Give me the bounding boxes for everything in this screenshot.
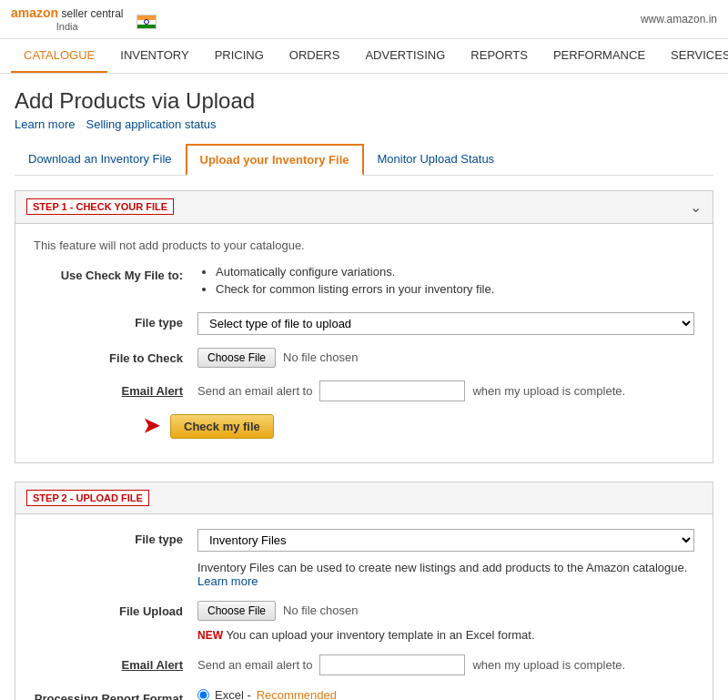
step2-email-input[interactable] <box>319 654 465 675</box>
step2-fileupload-content: Choose File No file chosen NEW You can u… <box>197 601 694 642</box>
page-title-links: Learn more Selling application status <box>15 117 713 131</box>
step2-filetype-select[interactable]: Inventory Files <box>197 529 694 552</box>
nav-advertising[interactable]: ADVERTISING <box>352 39 458 73</box>
step1-chevron: ⌄ <box>690 198 702 216</box>
step2-inventory-desc: Inventory Files can be used to create ne… <box>197 561 694 588</box>
step2-radio-excel[interactable] <box>197 689 209 700</box>
step2-section: STEP 2 - UPLOAD FILE File type Inventory… <box>15 482 713 700</box>
step2-email-send: Send an email alert to <box>197 658 312 672</box>
step2-new-text: You can upload your inventory template i… <box>226 628 534 642</box>
step2-processing-label: Processing Report Format <box>34 688 197 700</box>
learn-more-link[interactable]: Learn more <box>15 117 75 131</box>
step1-filetype-row: File type Select type of file to upload <box>34 312 694 335</box>
tab-monitor[interactable]: Monitor Upload Status <box>364 144 509 175</box>
step1-filechoose-content: Choose File No file chosen <box>197 348 694 368</box>
step1-section: STEP 1 - CHECK YOUR FILE ⌄ This feature … <box>15 190 713 463</box>
step1-email-label: Email Alert <box>34 380 197 398</box>
step2-filetype-row: File type Inventory Files Inventory File… <box>34 529 694 588</box>
check-my-file-btn[interactable]: Check my file <box>170 414 274 439</box>
step1-header[interactable]: STEP 1 - CHECK YOUR FILE ⌄ <box>15 191 713 224</box>
step1-choose-file-btn[interactable]: Choose File <box>197 348 276 368</box>
step2-recommended: Recommended <box>257 688 337 700</box>
nav-orders[interactable]: ORDERS <box>277 39 353 73</box>
step2-new-note: NEW You can upload your inventory templa… <box>197 628 694 642</box>
use-check-bullets: Automatically configure variations. Chec… <box>197 265 694 299</box>
step1-email-send-text: Send an email alert to <box>197 384 312 398</box>
step1-filetype-label: File type <box>34 312 197 330</box>
tabs-bar: Download an Inventory File Upload your I… <box>15 144 713 176</box>
step1-body: This feature will not add products to yo… <box>15 224 713 462</box>
step2-processing-row: Processing Report Format Excel - Recomme… <box>34 688 694 700</box>
page-title: Add Products via Upload <box>15 88 713 114</box>
step2-filetype-label: File type <box>34 529 197 546</box>
step2-new-badge: NEW <box>197 629 223 642</box>
logo-subtitle: India <box>11 21 124 33</box>
logo-area: amazon seller central India <box>11 5 157 33</box>
step1-filetype-select[interactable]: Select type of file to upload <box>197 312 694 335</box>
step1-filechoose-label: File to Check <box>34 348 197 365</box>
step2-processing-content: Excel - Recommended Text The Excel forma… <box>197 688 694 700</box>
step2-email-when: when my upload is complete. <box>472 658 625 672</box>
bullet-1: Automatically configure variations. <box>216 265 694 279</box>
step2-filetype-content: Inventory Files Inventory Files can be u… <box>197 529 694 588</box>
step2-header[interactable]: STEP 2 - UPLOAD FILE <box>15 482 713 514</box>
page-content: Add Products via Upload Learn more Selli… <box>0 74 728 700</box>
step1-filetype-content: Select type of file to upload <box>197 312 694 335</box>
step1-email-content: Send an email alert to when my upload is… <box>197 380 694 401</box>
selling-status-link[interactable]: Selling application status <box>86 117 216 131</box>
use-check-row: Use Check My File to: Automatically conf… <box>34 265 694 299</box>
step2-email-label: Email Alert <box>34 654 197 672</box>
bullet-2: Check for common listing errors in your … <box>216 282 694 296</box>
use-check-label: Use Check My File to: <box>34 265 197 282</box>
step2-choose-file-btn[interactable]: Choose File <box>197 601 276 621</box>
step1-email-input[interactable] <box>319 380 465 401</box>
step1-file-row: Choose File No file chosen <box>197 348 694 368</box>
step1-email-inner: Send an email alert to when my upload is… <box>197 380 694 401</box>
feature-note: This feature will not add products to yo… <box>34 238 694 252</box>
use-check-content: Automatically configure variations. Chec… <box>197 265 694 299</box>
step2-email-inner: Send an email alert to when my upload is… <box>197 654 694 675</box>
step2-no-file: No file chosen <box>283 604 358 617</box>
step1-filechoose-row: File to Check Choose File No file chosen <box>34 348 694 368</box>
step2-badge: STEP 2 - UPLOAD FILE <box>26 490 149 506</box>
step2-excel-label: Excel - <box>215 688 251 700</box>
step1-label-area: STEP 1 - CHECK YOUR FILE <box>26 198 174 215</box>
amazon-logo: amazon seller central India <box>11 5 124 33</box>
tab-download[interactable]: Download an Inventory File <box>15 144 186 175</box>
nav-reports[interactable]: REPORTS <box>458 39 541 73</box>
nav-catalogue[interactable]: CATALOGUE <box>11 39 107 73</box>
step1-btn-row: ➤ Check my file <box>34 414 694 439</box>
step2-email-content: Send an email alert to when my upload is… <box>197 654 694 675</box>
step1-email-row: Email Alert Send an email alert to when … <box>34 380 694 401</box>
step2-file-inner: Choose File No file chosen <box>197 601 694 621</box>
domain-text: www.amazon.in <box>641 13 717 25</box>
nav-services[interactable]: SERVICES <box>658 39 728 73</box>
step2-email-row: Email Alert Send an email alert to when … <box>34 654 694 675</box>
step1-email-when: when my upload is complete. <box>472 384 625 398</box>
step1-arrow: ➤ <box>143 414 159 438</box>
step2-fileupload-row: File Upload Choose File No file chosen N… <box>34 601 694 642</box>
flag-icon <box>136 9 157 29</box>
step2-fileupload-label: File Upload <box>34 601 197 618</box>
main-nav: CATALOGUE INVENTORY PRICING ORDERS ADVER… <box>0 39 728 74</box>
step1-badge: STEP 1 - CHECK YOUR FILE <box>26 198 174 215</box>
nav-performance[interactable]: PERFORMANCE <box>541 39 658 73</box>
step2-body: File type Inventory Files Inventory File… <box>15 514 713 700</box>
step1-no-file: No file chosen <box>283 350 358 364</box>
nav-pricing[interactable]: PRICING <box>202 39 277 73</box>
tab-upload[interactable]: Upload your Inventory File <box>186 144 364 176</box>
step2-label-area: STEP 2 - UPLOAD FILE <box>26 490 149 506</box>
top-bar: amazon seller central India www.amazon.i… <box>0 0 728 39</box>
step2-learn-more[interactable]: Learn more <box>197 574 258 588</box>
step2-radio-excel-row: Excel - Recommended <box>197 688 694 700</box>
nav-inventory[interactable]: INVENTORY <box>107 39 201 73</box>
